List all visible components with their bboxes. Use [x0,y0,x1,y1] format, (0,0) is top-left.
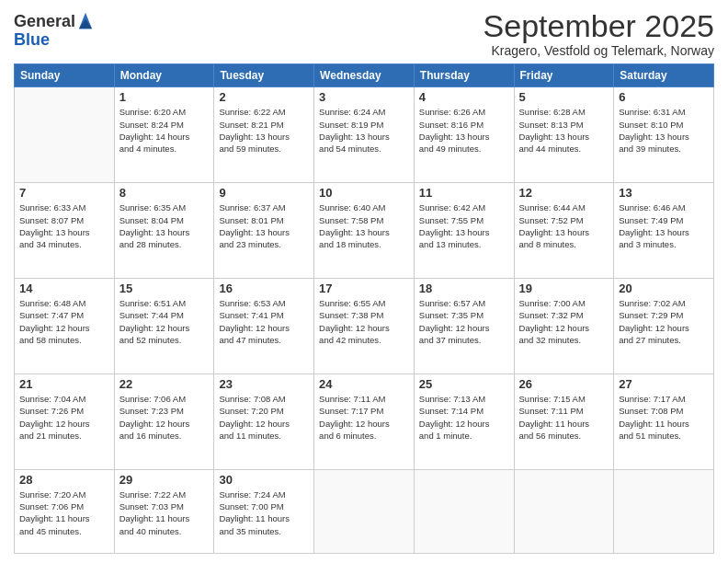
cell-info: Sunrise: 6:51 AMSunset: 7:44 PMDaylight:… [119,297,210,346]
day-number: 15 [119,282,210,295]
table-row: 7Sunrise: 6:33 AMSunset: 8:07 PMDaylight… [15,183,115,279]
day-number: 18 [419,282,509,295]
table-row: 24Sunrise: 7:11 AMSunset: 7:17 PMDayligh… [314,373,415,469]
day-number: 24 [319,377,409,391]
header: General Blue September 2025 Kragero, Ves… [14,9,714,58]
table-row: 9Sunrise: 6:37 AMSunset: 8:01 PMDaylight… [214,183,314,279]
table-row: 22Sunrise: 7:06 AMSunset: 7:23 PMDayligh… [114,373,214,469]
day-number: 22 [119,377,210,391]
table-row [314,469,415,553]
table-row [414,469,514,553]
table-row: 30Sunrise: 7:24 AMSunset: 7:00 PMDayligh… [214,469,314,553]
logo: General Blue [14,13,94,50]
table-row: 2Sunrise: 6:22 AMSunset: 8:21 PMDaylight… [214,87,314,183]
cell-info: Sunrise: 6:24 AMSunset: 8:19 PMDaylight:… [319,106,409,155]
table-row [15,87,115,183]
day-number: 29 [119,473,210,487]
cell-info: Sunrise: 6:46 AMSunset: 7:49 PMDaylight:… [619,201,709,250]
table-row: 6Sunrise: 6:31 AMSunset: 8:10 PMDaylight… [614,87,714,183]
day-number: 6 [619,90,709,104]
day-number: 3 [319,90,409,104]
col-wednesday: Wednesday [314,64,415,87]
table-row: 16Sunrise: 6:53 AMSunset: 7:41 PMDayligh… [214,279,314,374]
day-number: 4 [419,90,509,104]
col-saturday: Saturday [614,64,714,87]
cell-info: Sunrise: 7:13 AMSunset: 7:14 PMDaylight:… [419,393,509,442]
svg-marker-1 [79,19,92,29]
day-number: 10 [319,186,409,200]
day-number: 2 [219,90,309,104]
cell-info: Sunrise: 7:00 AMSunset: 7:32 PMDaylight:… [519,297,609,346]
col-monday: Monday [114,64,214,87]
cell-info: Sunrise: 6:40 AMSunset: 7:58 PMDaylight:… [319,201,409,250]
header-row: Sunday Monday Tuesday Wednesday Thursday… [15,64,714,87]
logo-blue: Blue [14,31,94,50]
cell-info: Sunrise: 6:55 AMSunset: 7:38 PMDaylight:… [319,297,409,346]
table-row [614,469,714,553]
day-number: 8 [119,186,210,200]
table-row: 20Sunrise: 7:02 AMSunset: 7:29 PMDayligh… [614,279,714,374]
day-number: 19 [519,282,609,295]
col-friday: Friday [514,64,614,87]
table-row: 10Sunrise: 6:40 AMSunset: 7:58 PMDayligh… [314,183,415,279]
cell-info: Sunrise: 6:35 AMSunset: 8:04 PMDaylight:… [119,201,210,250]
cell-info: Sunrise: 6:53 AMSunset: 7:41 PMDaylight:… [219,297,309,346]
cell-info: Sunrise: 6:44 AMSunset: 7:52 PMDaylight:… [519,201,609,250]
table-row: 15Sunrise: 6:51 AMSunset: 7:44 PMDayligh… [114,279,214,374]
table-row: 8Sunrise: 6:35 AMSunset: 8:04 PMDaylight… [114,183,214,279]
title-block: September 2025 Kragero, Vestfold og Tele… [483,9,714,58]
cell-info: Sunrise: 6:20 AMSunset: 8:24 PMDaylight:… [119,106,210,155]
table-row: 18Sunrise: 6:57 AMSunset: 7:35 PMDayligh… [414,279,514,374]
table-row: 14Sunrise: 6:48 AMSunset: 7:47 PMDayligh… [15,279,115,374]
table-row: 26Sunrise: 7:15 AMSunset: 7:11 PMDayligh… [514,373,614,469]
page: General Blue September 2025 Kragero, Ves… [0,0,728,563]
logo-icon [77,11,94,31]
cell-info: Sunrise: 7:15 AMSunset: 7:11 PMDaylight:… [519,393,609,442]
table-row: 13Sunrise: 6:46 AMSunset: 7:49 PMDayligh… [614,183,714,279]
calendar-table: Sunday Monday Tuesday Wednesday Thursday… [14,63,714,554]
day-number: 16 [219,282,309,295]
day-number: 1 [119,90,210,104]
cell-info: Sunrise: 7:08 AMSunset: 7:20 PMDaylight:… [219,393,309,442]
cell-info: Sunrise: 6:48 AMSunset: 7:47 PMDaylight:… [19,297,109,346]
table-row: 3Sunrise: 6:24 AMSunset: 8:19 PMDaylight… [314,87,415,183]
day-number: 13 [619,186,709,200]
cell-info: Sunrise: 7:02 AMSunset: 7:29 PMDaylight:… [619,297,709,346]
cell-info: Sunrise: 7:11 AMSunset: 7:17 PMDaylight:… [319,393,409,442]
logo-general: General [14,13,75,31]
table-row: 17Sunrise: 6:55 AMSunset: 7:38 PMDayligh… [314,279,415,374]
month-title: September 2025 [483,9,714,43]
day-number: 26 [519,377,609,391]
table-row: 4Sunrise: 6:26 AMSunset: 8:16 PMDaylight… [414,87,514,183]
day-number: 25 [419,377,509,391]
cell-info: Sunrise: 6:57 AMSunset: 7:35 PMDaylight:… [419,297,509,346]
table-row: 12Sunrise: 6:44 AMSunset: 7:52 PMDayligh… [514,183,614,279]
day-number: 11 [419,186,509,200]
cell-info: Sunrise: 7:17 AMSunset: 7:08 PMDaylight:… [619,393,709,442]
cell-info: Sunrise: 6:37 AMSunset: 8:01 PMDaylight:… [219,201,309,250]
cell-info: Sunrise: 6:42 AMSunset: 7:55 PMDaylight:… [419,201,509,250]
day-number: 23 [219,377,309,391]
table-row: 25Sunrise: 7:13 AMSunset: 7:14 PMDayligh… [414,373,514,469]
cell-info: Sunrise: 6:31 AMSunset: 8:10 PMDaylight:… [619,106,709,155]
cell-info: Sunrise: 7:06 AMSunset: 7:23 PMDaylight:… [119,393,210,442]
cell-info: Sunrise: 7:20 AMSunset: 7:06 PMDaylight:… [19,488,109,537]
day-number: 5 [519,90,609,104]
day-number: 20 [619,282,709,295]
day-number: 9 [219,186,309,200]
table-row: 1Sunrise: 6:20 AMSunset: 8:24 PMDaylight… [114,87,214,183]
cell-info: Sunrise: 6:33 AMSunset: 8:07 PMDaylight:… [19,201,109,250]
table-row: 23Sunrise: 7:08 AMSunset: 7:20 PMDayligh… [214,373,314,469]
day-number: 27 [619,377,709,391]
logo-text: General Blue [14,13,94,50]
col-thursday: Thursday [414,64,514,87]
table-row: 5Sunrise: 6:28 AMSunset: 8:13 PMDaylight… [514,87,614,183]
cell-info: Sunrise: 7:24 AMSunset: 7:00 PMDaylight:… [219,488,309,537]
day-number: 21 [19,377,109,391]
day-number: 17 [319,282,409,295]
table-row [514,469,614,553]
table-row: 19Sunrise: 7:00 AMSunset: 7:32 PMDayligh… [514,279,614,374]
col-tuesday: Tuesday [214,64,314,87]
cell-info: Sunrise: 7:22 AMSunset: 7:03 PMDaylight:… [119,488,210,537]
day-number: 7 [19,186,109,200]
